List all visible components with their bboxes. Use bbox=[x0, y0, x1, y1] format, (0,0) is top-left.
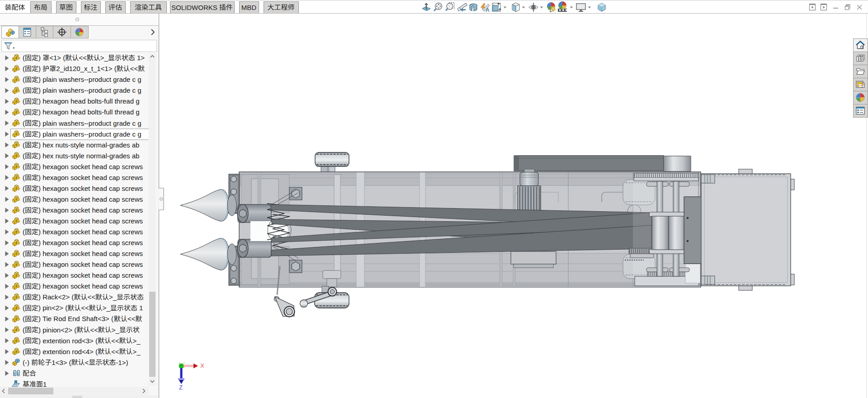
svg-text:(: ( bbox=[23, 250, 25, 257]
svg-text:MBD: MBD bbox=[241, 4, 257, 11]
svg-text:(: ( bbox=[23, 152, 25, 160]
svg-text:>_: >_ bbox=[112, 326, 120, 334]
svg-text:>_: >_ bbox=[132, 337, 141, 345]
svg-text:1: 1 bbox=[137, 304, 143, 312]
svg-text:(: ( bbox=[23, 326, 25, 334]
svg-text:) hexagon socket head cap scre: ) hexagon socket head cap screws bbox=[38, 228, 143, 236]
svg-text:(: ( bbox=[23, 86, 25, 94]
svg-text:(: ( bbox=[23, 65, 25, 72]
svg-text:<<: << bbox=[81, 304, 89, 312]
svg-text:) hexagon socket head cap scre: ) hexagon socket head cap screws bbox=[38, 250, 143, 257]
svg-text:(: ( bbox=[23, 293, 25, 301]
svg-text:) hexagon head bolts-full thre: ) hexagon head bolts-full thread g bbox=[38, 108, 139, 116]
svg-text:) hexagon socket head cap scre: ) hexagon socket head cap screws bbox=[38, 185, 143, 192]
svg-text:1<3> (: 1<3> ( bbox=[52, 359, 71, 366]
svg-text:<<: << bbox=[127, 315, 136, 322]
svg-text:) hexagon socket head cap scre: ) hexagon socket head cap screws bbox=[38, 217, 143, 225]
svg-text:) Rack<2> (: ) Rack<2> ( bbox=[38, 293, 74, 301]
svg-text:<<: << bbox=[111, 348, 119, 355]
svg-text:(: ( bbox=[23, 174, 25, 181]
svg-text:) hexagon socket head cap scre: ) hexagon socket head cap screws bbox=[38, 174, 143, 181]
svg-text:) extention rod<4> (: ) extention rod<4> ( bbox=[38, 348, 98, 355]
svg-text:(: ( bbox=[23, 163, 25, 171]
svg-text:) hexagon socket head cap scre: ) hexagon socket head cap screws bbox=[38, 163, 143, 171]
svg-text:<1> (: <1> ( bbox=[49, 54, 65, 62]
svg-text:) hexagon socket head cap scre: ) hexagon socket head cap screws bbox=[38, 239, 143, 246]
svg-text:<<: << bbox=[130, 65, 138, 72]
svg-text:SOLIDWORKS: SOLIDWORKS bbox=[171, 4, 219, 11]
svg-text:) hexagon socket head cap scre: ) hexagon socket head cap screws bbox=[38, 206, 143, 214]
svg-text:(: ( bbox=[23, 195, 25, 203]
svg-text:(: ( bbox=[23, 315, 25, 322]
svg-text:(: ( bbox=[23, 54, 25, 62]
svg-text:(: ( bbox=[23, 206, 25, 214]
svg-text:A: A bbox=[486, 7, 490, 13]
svg-text:Z: Z bbox=[179, 384, 183, 391]
svg-text:2_id120_x_t_1<1> (: 2_id120_x_t_1<1> ( bbox=[56, 65, 116, 72]
svg-text:(: ( bbox=[23, 304, 25, 312]
svg-text:): ) bbox=[38, 65, 42, 72]
svg-text:1>: 1> bbox=[135, 54, 145, 62]
svg-text:>_: >_ bbox=[132, 348, 141, 355]
svg-text:): ) bbox=[38, 54, 42, 62]
svg-text:(: ( bbox=[23, 239, 25, 246]
svg-text:) hexagon head bolts-full thre: ) hexagon head bolts-full thread g bbox=[38, 97, 139, 105]
svg-text:(: ( bbox=[23, 228, 25, 236]
svg-text:(-): (-) bbox=[23, 359, 31, 366]
svg-text:) pinion<2> (: ) pinion<2> ( bbox=[38, 326, 76, 334]
svg-text:(: ( bbox=[23, 261, 25, 268]
svg-text:(: ( bbox=[23, 119, 25, 127]
svg-text:) plain washers--product grade: ) plain washers--product grade c g bbox=[38, 86, 142, 94]
svg-text:<<: << bbox=[111, 337, 119, 345]
svg-text:) hex nuts-style normal-grades: ) hex nuts-style normal-grades ab bbox=[38, 141, 139, 149]
svg-text:) plain washers--product grade: ) plain washers--product grade c g bbox=[38, 119, 142, 127]
svg-text:<<: << bbox=[90, 326, 98, 334]
svg-text:) extention rod<3> (: ) extention rod<3> ( bbox=[38, 337, 98, 345]
svg-text:) hexagon socket head cap scre: ) hexagon socket head cap screws bbox=[38, 261, 143, 268]
svg-text:<: < bbox=[85, 359, 89, 366]
svg-text:) pin<2> (: ) pin<2> ( bbox=[38, 304, 67, 312]
svg-text:X: X bbox=[200, 362, 204, 369]
svg-text:(: ( bbox=[23, 271, 25, 279]
svg-text:>_: >_ bbox=[109, 293, 117, 301]
svg-text:) hexagon socket head cap scre: ) hexagon socket head cap screws bbox=[38, 271, 143, 279]
svg-text:(: ( bbox=[23, 108, 25, 116]
svg-text:) hex nuts-style normal-grades: ) hex nuts-style normal-grades ab bbox=[38, 152, 139, 160]
svg-text:) hexagon socket head cap scre: ) hexagon socket head cap screws bbox=[38, 195, 143, 203]
svg-text:(: ( bbox=[23, 348, 25, 355]
svg-text:(: ( bbox=[23, 130, 25, 138]
svg-text:(: ( bbox=[23, 282, 25, 290]
svg-text:) Tie Rod End Shaft<3> (: ) Tie Rod End Shaft<3> ( bbox=[38, 315, 113, 322]
svg-text:) plain washers--product grade: ) plain washers--product grade c g bbox=[38, 76, 142, 83]
svg-text:(: ( bbox=[23, 97, 25, 105]
svg-text:(: ( bbox=[23, 217, 25, 225]
svg-text:(: ( bbox=[23, 185, 25, 192]
svg-text:<<: << bbox=[87, 293, 95, 301]
svg-text:>_: >_ bbox=[100, 54, 108, 62]
svg-text:-1>): -1>) bbox=[116, 359, 128, 366]
svg-text:>_: >_ bbox=[103, 304, 111, 312]
svg-text:(: ( bbox=[23, 76, 25, 83]
svg-text:) plain washers--product grade: ) plain washers--product grade c g bbox=[38, 130, 142, 138]
svg-text:(: ( bbox=[23, 337, 25, 345]
svg-text:<<: << bbox=[79, 54, 87, 62]
svg-text:) hexagon socket head cap scre: ) hexagon socket head cap screws bbox=[38, 282, 143, 290]
svg-text:(: ( bbox=[23, 141, 25, 149]
